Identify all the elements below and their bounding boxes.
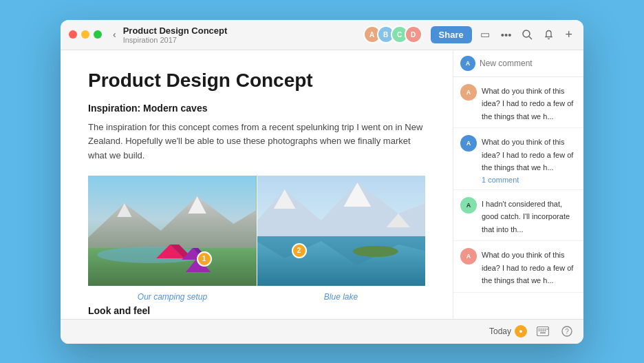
comment-text-3: I hadn't considered that, good catch. I'… <box>482 200 570 234</box>
collaborator-avatars: A B C D <box>363 25 422 43</box>
svg-rect-34 <box>545 331 546 332</box>
comment-text-2: What do you think of this idea? I had to… <box>482 138 573 172</box>
annotation-pin-2[interactable]: 2 <box>292 243 307 258</box>
svg-rect-32 <box>541 331 542 332</box>
comment-avatar-3: A <box>460 197 477 214</box>
image1-caption: Our camping setup <box>138 292 207 302</box>
current-user-avatar: A <box>460 56 475 71</box>
page-title: Product Design Concept <box>88 70 425 92</box>
svg-line-1 <box>529 37 532 39</box>
section1-heading: Inspiration: Modern caves <box>88 103 425 114</box>
bottom-bar: Today ● ? <box>61 319 583 344</box>
comment-avatar-1: A <box>460 84 477 101</box>
comment-body-3: I hadn't considered that, good catch. I'… <box>482 197 577 236</box>
body-text-1: The inspiration for this concept comes f… <box>88 121 425 163</box>
svg-point-0 <box>523 30 530 37</box>
comment-item[interactable]: A What do you think of this idea? I had … <box>453 128 583 190</box>
today-badge: Today ● <box>489 325 527 338</box>
svg-rect-27 <box>541 329 542 330</box>
svg-rect-26 <box>539 329 540 330</box>
comment-avatar-4: A <box>460 248 477 265</box>
monitor-icon-button[interactable]: ▭ <box>477 25 493 43</box>
titlebar-info: Product Design Concept Inspiration 2017 <box>123 25 363 44</box>
camping-image <box>88 176 257 286</box>
svg-rect-31 <box>539 331 540 332</box>
more-icon: ••• <box>501 29 512 41</box>
keyboard-button[interactable] <box>534 324 552 339</box>
comment-text-4: What do you think of this idea? I had to… <box>482 251 573 284</box>
lake-image <box>257 176 426 286</box>
image-container-2: 2 <box>257 176 426 286</box>
svg-rect-30 <box>547 329 548 330</box>
search-button[interactable] <box>519 27 535 43</box>
monitor-icon: ▭ <box>480 28 490 41</box>
main-content: Product Design Concept Inspiration: Mode… <box>61 50 453 319</box>
svg-rect-33 <box>543 331 544 332</box>
today-dot: ● <box>515 325 527 338</box>
annotation-pin-1[interactable]: 1 <box>197 251 212 267</box>
minimize-button[interactable] <box>81 30 89 39</box>
comments-panel: A <box>453 50 583 319</box>
search-icon <box>522 30 533 40</box>
comment-text-1: What do you think of this idea? I had to… <box>482 87 573 121</box>
svg-text:?: ? <box>565 328 569 335</box>
comment-body-2: What do you think of this idea? I had to… <box>482 135 577 184</box>
comment-avatar-2: A <box>460 135 477 152</box>
help-icon: ? <box>561 326 572 337</box>
look-feel-section: Look and feel Some additional textures a… <box>88 305 425 319</box>
keyboard-icon <box>537 326 549 336</box>
comments-list: A What do you think of this idea? I had … <box>453 77 583 319</box>
comment-input[interactable] <box>480 59 583 68</box>
image2-caption: Blue lake <box>324 292 358 302</box>
bell-icon <box>544 30 554 40</box>
help-button[interactable]: ? <box>559 323 575 340</box>
notifications-button[interactable] <box>541 27 557 43</box>
share-button[interactable]: Share <box>431 26 472 43</box>
image-captions: Our camping setup Blue lake <box>88 290 425 302</box>
content-area: Product Design Concept Inspiration: Mode… <box>61 50 583 319</box>
app-window: ‹ Product Design Concept Inspiration 201… <box>61 20 583 344</box>
plus-icon: + <box>565 28 572 42</box>
svg-rect-28 <box>543 329 544 330</box>
add-button[interactable]: + <box>562 25 575 45</box>
more-button[interactable]: ••• <box>498 26 515 43</box>
images-row: 1 <box>88 176 425 286</box>
comment-item[interactable]: A I hadn't considered that, good catch. … <box>453 190 583 242</box>
doc-subtitle: Inspiration 2017 <box>123 36 363 44</box>
avatar-4[interactable]: D <box>405 25 422 43</box>
traffic-lights <box>69 30 102 39</box>
svg-rect-29 <box>545 329 546 330</box>
section2-heading: Look and feel <box>88 305 425 316</box>
comment-body-1: What do you think of this idea? I had to… <box>482 84 577 123</box>
comment-body-4: What do you think of this idea? I had to… <box>482 248 577 287</box>
image-container-1: 1 <box>88 176 257 286</box>
svg-point-19 <box>352 246 398 257</box>
svg-rect-35 <box>540 333 546 334</box>
comment-item[interactable]: A What do you think of this idea? I had … <box>453 77 583 129</box>
doc-title: Product Design Concept <box>123 25 363 36</box>
maximize-button[interactable] <box>94 30 102 39</box>
comment-reply-link[interactable]: 1 comment <box>482 176 577 184</box>
comment-item[interactable]: A What do you think of this idea? I had … <box>453 241 583 293</box>
today-label: Today <box>489 326 511 336</box>
close-button[interactable] <box>69 30 77 39</box>
comment-input-row: A <box>453 50 583 77</box>
back-button[interactable]: ‹ <box>110 28 119 41</box>
titlebar-actions: A B C D Share ▭ ••• <box>363 25 575 45</box>
titlebar: ‹ Product Design Concept Inspiration 201… <box>61 20 583 50</box>
